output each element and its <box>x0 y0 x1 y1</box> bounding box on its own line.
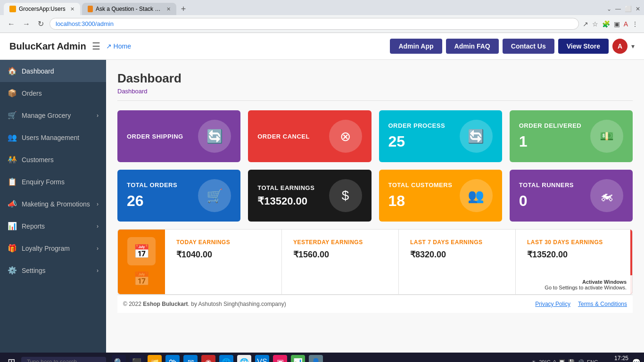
total-runners-value: 0 <box>519 192 574 210</box>
enquiry-forms-icon: 📋 <box>8 177 17 186</box>
sidebar-item-marketing[interactable]: 📣 Maketing & Promotions › <box>0 193 106 215</box>
order-process-label: ORDER PROCESS <box>388 122 446 129</box>
notification-icon[interactable]: 💬 <box>632 358 640 362</box>
menu-icon[interactable]: ⋮ <box>632 20 638 28</box>
taskbar-search-input[interactable] <box>21 357 106 362</box>
order-shipping-left: ORDER SHIPPING <box>127 133 183 140</box>
total-runners-icon: 🏍 <box>590 179 623 212</box>
yesterday-earnings-stat: YESTERDAY EARNINGS ₹1560.00 <box>282 230 399 294</box>
admin-faq-button[interactable]: Admin FAQ <box>446 39 499 54</box>
sidebar-item-loyalty-program[interactable]: 🎁 Loyalty Program › <box>0 237 106 259</box>
order-delivered-value: 1 <box>519 133 581 150</box>
privacy-policy-link[interactable]: Privacy Policy <box>535 301 570 307</box>
url-input[interactable]: localhost:3000/admin <box>50 18 579 30</box>
taskbar-icon-mail[interactable]: ✉ <box>183 355 198 362</box>
order-delivered-card[interactable]: ORDER DELIVERED 1 💵 <box>510 110 633 162</box>
taskbar-icon-files[interactable]: 📁 <box>148 355 162 362</box>
calendar-icon: 📅 <box>133 244 150 259</box>
total-orders-card[interactable]: TOTAL ORDERS 26 🛒 <box>117 170 240 222</box>
sidebar-item-settings[interactable]: ⚙️ Settings › <box>0 259 106 281</box>
terms-conditions-link[interactable]: Terms & Conditions <box>578 301 627 307</box>
reports-arrow-icon: › <box>97 223 99 230</box>
today-earnings-stat: TODAY EARNINGS ₹1040.00 <box>165 230 282 294</box>
language-text: ENG <box>587 359 598 362</box>
tray-expand-icon[interactable]: ^ <box>553 359 556 362</box>
sidebar-item-manage-grocery[interactable]: 🛒 Manage Grocery › <box>0 104 106 126</box>
sidebar-item-customers[interactable]: 🧑‍🤝‍🧑 Customers <box>0 148 106 171</box>
taskbar-app-icon2: 💾 <box>568 359 575 362</box>
user-dropdown-icon[interactable]: ▾ <box>631 42 635 50</box>
bookmark-icon[interactable]: ☆ <box>592 20 598 28</box>
tab-title-2: Ask a Question - Stack Overflow <box>96 6 162 12</box>
tab-close-2[interactable]: ✕ <box>166 6 171 12</box>
order-cancel-label: ORDER CANCEL <box>257 133 310 140</box>
taskbar-icon-edge[interactable]: 🌐 <box>219 355 233 362</box>
contact-us-button[interactable]: Contact Us <box>503 39 554 54</box>
volume-icon[interactable]: 🔊 <box>578 359 584 362</box>
taskbar-icon-app3[interactable]: 📊 <box>291 355 305 362</box>
loyalty-arrow-icon: › <box>97 245 99 252</box>
tab-favicon-2 <box>88 6 93 12</box>
admin-app-button[interactable]: Admin App <box>390 39 442 54</box>
view-store-button[interactable]: View Store <box>558 39 609 54</box>
taskbar-icon-task-view[interactable]: ⬛ <box>130 355 144 362</box>
sidebar-item-users-management[interactable]: 👥 Users Management <box>0 126 106 148</box>
last7-earnings-stat: LAST 7 DAYS EARNINGS ₹8320.00 <box>399 230 516 294</box>
order-process-card[interactable]: ORDER PROCESS 25 🔄 <box>379 110 502 162</box>
sidebar-item-orders[interactable]: 📦 Orders <box>0 82 106 104</box>
taskbar-icon-search[interactable]: 🔍 <box>112 355 126 362</box>
sidebar-label-enquiry-forms: Enquiry Forms <box>22 178 99 186</box>
total-orders-value: 26 <box>127 192 177 210</box>
nav-toggle-button[interactable]: ☰ <box>92 41 100 52</box>
brand-title: BulucKart Admin <box>9 41 86 52</box>
sidebar-item-reports[interactable]: 📊 Reports › <box>0 215 106 237</box>
share-icon[interactable]: ↗ <box>583 20 588 28</box>
total-customers-card[interactable]: TOTAL CUSTOMERS 18 👥 <box>379 170 502 222</box>
red-accent-bar <box>630 230 632 294</box>
total-runners-left: TOTAL RUNNERS 0 <box>519 181 574 210</box>
order-cancel-card[interactable]: ORDER CANCEL ⊗ <box>248 110 371 162</box>
taskbar-icon-store[interactable]: 🛍 <box>165 355 180 362</box>
total-customers-value: 18 <box>388 192 453 210</box>
sidebar-label-orders: Orders <box>22 90 99 97</box>
home-link[interactable]: ↗ Home <box>106 42 131 50</box>
new-tab-button[interactable]: + <box>178 4 189 14</box>
taskbar-sys-icons: ☀ 29°C ^ 🔲 💾 🔊 ENG <box>531 359 598 362</box>
order-shipping-card[interactable]: ORDER SHIPPING 🔄 <box>117 110 240 162</box>
address-bar: ← → ↻ localhost:3000/admin ↗ ☆ 🧩 ▣ A ⋮ <box>0 15 644 33</box>
orders-icon: 📦 <box>8 89 17 98</box>
total-earnings-label: TOTAL EARNINGS <box>257 184 314 191</box>
back-button[interactable]: ← <box>6 19 17 29</box>
taskbar-icon-vscode[interactable]: VS <box>255 355 269 362</box>
total-earnings-card[interactable]: TOTAL EARNINGS ₹13520.00 $ <box>248 170 371 222</box>
sidebar-item-enquiry-forms[interactable]: 📋 Enquiry Forms <box>0 171 106 193</box>
sidebar-label-loyalty-program: Loyalty Program <box>22 245 92 252</box>
footer-links: Privacy Policy Terms & Conditions <box>535 301 627 307</box>
extensions-icon[interactable]: 🧩 <box>602 20 610 28</box>
content-area: Dashboard Dashboard ORDER SHIPPING 🔄 ORD… <box>106 60 644 353</box>
main-layout: 🏠 Dashboard 📦 Orders 🛒 Manage Grocery › … <box>0 60 644 353</box>
user-avatar[interactable]: A <box>612 39 627 54</box>
sidebar-label-marketing: Maketing & Promotions <box>22 200 92 208</box>
total-runners-card[interactable]: TOTAL RUNNERS 0 🏍 <box>510 170 633 222</box>
taskbar-icon-app1[interactable]: ◉ <box>201 355 215 362</box>
sidebar-label-customers: Customers <box>22 156 99 164</box>
forward-button[interactable]: → <box>21 19 32 29</box>
reload-button[interactable]: ↻ <box>36 18 46 29</box>
taskbar-icon-chrome[interactable]: 🌐 <box>237 355 251 362</box>
sidebar-item-dashboard[interactable]: 🏠 Dashboard <box>0 60 106 82</box>
taskbar-icon-app2[interactable]: ▣ <box>273 355 287 362</box>
order-cards-grid: ORDER SHIPPING 🔄 ORDER CANCEL ⊗ ORDER PR… <box>117 110 633 162</box>
tab-1[interactable]: GrocersApp:Users ✕ <box>4 3 80 15</box>
profile-icon[interactable]: A <box>624 20 628 28</box>
earnings-calendar: 📅 📅 <box>118 230 165 294</box>
tab-2[interactable]: Ask a Question - Stack Overflow ✕ <box>82 3 176 15</box>
taskbar-icon-users[interactable]: 👤 <box>309 355 323 362</box>
sidebar-browser-icon[interactable]: ▣ <box>614 20 620 28</box>
start-button[interactable]: ⊞ <box>4 354 19 362</box>
tab-favicon-1 <box>9 6 16 12</box>
order-cancel-icon: ⊗ <box>329 120 362 153</box>
customers-icon: 🧑‍🤝‍🧑 <box>8 155 17 164</box>
tab-close-1[interactable]: ✕ <box>70 6 74 12</box>
time-text: 17:25 <box>602 354 628 362</box>
